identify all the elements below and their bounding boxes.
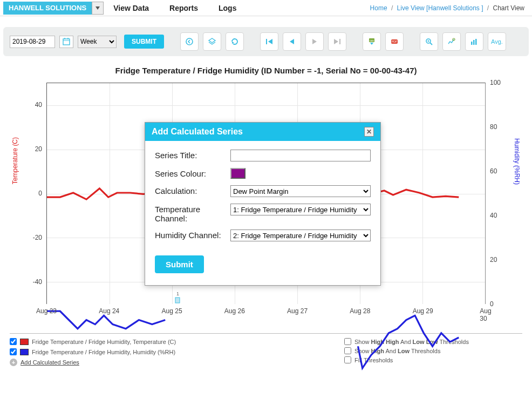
zoom-icon[interactable] <box>420 32 438 51</box>
swatch-blue <box>20 349 29 355</box>
calendar-icon[interactable] <box>59 36 73 48</box>
pdf-export-icon[interactable]: PDF <box>385 32 404 51</box>
svg-marker-0 <box>96 6 100 10</box>
label-series-colour: Series Colour: <box>155 168 230 178</box>
csv-export-icon[interactable]: csv <box>363 32 381 51</box>
plus-icon: + <box>10 359 17 366</box>
date-input[interactable] <box>10 36 55 48</box>
svg-rect-25 <box>473 40 475 45</box>
svg-rect-24 <box>471 42 473 45</box>
avg-button[interactable]: Avg. <box>488 32 506 51</box>
label-series-title: Series Title: <box>155 150 230 160</box>
prev-icon[interactable] <box>283 32 301 51</box>
back-icon[interactable] <box>180 32 199 51</box>
svg-rect-13 <box>339 39 340 44</box>
breadcrumb: Home / Live View [Hanwell Solutions ] / … <box>370 4 529 12</box>
label-hum-channel: Humidity Channel: <box>155 230 230 240</box>
label-calculation: Calculation: <box>155 185 230 195</box>
svg-marker-7 <box>232 42 234 44</box>
svg-rect-1 <box>63 39 70 45</box>
series-colour-picker[interactable] <box>230 168 245 179</box>
modal-title: Add Calculated Series <box>152 127 243 137</box>
next-icon[interactable] <box>305 32 324 51</box>
brand-label: HANWELL SOLUTIONS <box>3 2 92 15</box>
menu-logs[interactable]: Logs <box>219 4 236 12</box>
svg-rect-8 <box>266 39 267 44</box>
temp-channel-select[interactable]: 1: Fridge Temperature / Fridge Humidity <box>230 204 371 215</box>
close-icon[interactable]: ✕ <box>364 127 374 137</box>
bar-chart-icon[interactable] <box>465 32 483 51</box>
breadcrumb-current: Chart View <box>493 4 524 12</box>
label-temp-channel: Temperature Channel: <box>155 204 230 223</box>
legend-s1-check[interactable] <box>10 338 17 345</box>
refresh-icon[interactable] <box>226 32 244 51</box>
calculation-select[interactable]: Dew Point Margin <box>230 185 371 197</box>
svg-marker-6 <box>209 38 215 43</box>
submit-button[interactable]: SUBMIT <box>124 35 164 49</box>
menu-reports[interactable]: Reports <box>169 4 198 12</box>
svg-point-5 <box>186 38 193 45</box>
left-axis: 40 20 0 -20 -40 <box>10 83 42 304</box>
settings-chart-icon[interactable] <box>442 32 461 51</box>
top-bar: HANWELL SOLUTIONS View Data Reports Logs… <box>0 0 532 16</box>
svg-text:csv: csv <box>370 39 374 42</box>
controls-row: Week SUBMIT csv PDF Avg. <box>3 27 529 56</box>
first-icon[interactable] <box>260 32 278 51</box>
menu-view-data[interactable]: View Data <box>113 4 149 12</box>
svg-marker-16 <box>370 43 373 45</box>
svg-text:PDF: PDF <box>392 40 397 43</box>
svg-line-20 <box>430 43 432 45</box>
hum-channel-select[interactable]: 2: Fridge Temperature / Fridge Humidity <box>230 230 371 241</box>
svg-rect-27 <box>175 298 180 303</box>
breadcrumb-home[interactable]: Home <box>370 4 387 12</box>
last-icon[interactable] <box>328 32 346 51</box>
modal-submit-button[interactable]: Submit <box>155 255 204 273</box>
svg-rect-26 <box>475 39 477 45</box>
right-axis: 100 80 60 40 20 0 <box>490 83 522 304</box>
legend-s2-check[interactable] <box>10 348 17 355</box>
marker-1[interactable]: 1 <box>174 291 181 305</box>
svg-marker-10 <box>290 39 294 44</box>
series-title-input[interactable] <box>230 150 371 161</box>
swatch-red <box>20 339 29 345</box>
svg-marker-12 <box>334 39 338 44</box>
add-series-modal: Add Calculated Series ✕ Series Title: Se… <box>145 122 381 286</box>
range-select[interactable]: Week <box>78 36 117 48</box>
brand-dropdown[interactable] <box>92 2 104 15</box>
x-axis: Aug 23 Aug 24 Aug 25 Aug 26 Aug 27 Aug 2… <box>46 307 486 318</box>
breadcrumb-live[interactable]: Live View [Hanwell Solutions ] <box>397 4 483 12</box>
chart-title: Fridge Temperature / Fridge Humidity (ID… <box>0 66 532 75</box>
layers-icon[interactable] <box>203 32 221 51</box>
svg-marker-11 <box>312 39 317 44</box>
modal-header: Add Calculated Series ✕ <box>145 123 380 141</box>
svg-marker-9 <box>268 39 272 44</box>
